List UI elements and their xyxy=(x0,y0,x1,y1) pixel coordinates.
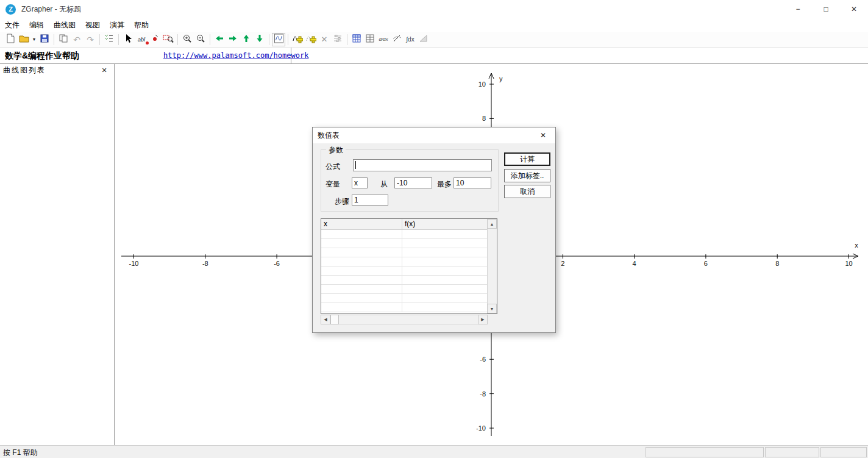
menu-edit[interactable]: 编辑 xyxy=(24,18,49,32)
add-curve-button[interactable] xyxy=(291,33,304,46)
help-banner: 数学&编程作业帮助 http://www.palamsoft.com/homew… xyxy=(0,48,868,64)
variable-label: 变量 xyxy=(326,179,340,190)
new-button[interactable] xyxy=(4,33,17,46)
status-panel xyxy=(765,447,819,457)
arrow-up-icon: ▲ xyxy=(490,222,494,226)
variable-input[interactable] xyxy=(352,177,368,188)
save-icon xyxy=(40,34,49,45)
table-row xyxy=(321,294,488,303)
checklist-icon xyxy=(104,34,114,45)
add-point-curve-icon xyxy=(305,34,316,45)
add-point-curve-button[interactable] xyxy=(304,33,318,46)
dialog-close-button[interactable]: ✕ xyxy=(531,127,555,143)
toolbar-separator xyxy=(118,34,119,45)
copy-button[interactable] xyxy=(57,33,70,46)
redo-button[interactable]: ↷ xyxy=(84,33,97,46)
scroll-down-button[interactable]: ▼ xyxy=(487,304,497,313)
pointer-arrow-icon xyxy=(123,34,133,45)
properties-button[interactable] xyxy=(331,33,344,46)
move-left-button[interactable] xyxy=(213,33,226,46)
derivative-button[interactable]: d/dx xyxy=(377,33,390,46)
horizontal-scroll-thumb[interactable] xyxy=(330,315,339,324)
formula-input[interactable] xyxy=(353,159,492,171)
dialog-titlebar[interactable]: 数值表 ✕ xyxy=(313,127,555,143)
curve-list-panel: 曲线图列表 ✕ xyxy=(0,64,115,445)
homework-link[interactable]: http://www.palamsoft.com/homework xyxy=(163,51,308,60)
value-table-button[interactable] xyxy=(363,33,377,46)
from-input[interactable] xyxy=(394,177,432,188)
panel-close-button[interactable]: ✕ xyxy=(99,65,109,75)
move-right-button[interactable] xyxy=(226,33,240,46)
zoom-region-button[interactable] xyxy=(162,33,175,46)
zoom-out-button[interactable] xyxy=(194,33,207,46)
scroll-left-button[interactable]: ◀ xyxy=(321,315,330,324)
curve-list-button[interactable] xyxy=(272,33,285,46)
menu-help[interactable]: 帮助 xyxy=(129,18,154,32)
close-icon: ✕ xyxy=(540,131,546,140)
save-button[interactable] xyxy=(38,33,51,46)
zoom-out-icon xyxy=(196,34,205,45)
svg-text:-8: -8 xyxy=(480,390,486,398)
svg-text:10: 10 xyxy=(845,260,852,267)
from-label: 从 xyxy=(380,179,388,190)
status-panel xyxy=(646,447,764,457)
table-row xyxy=(321,230,488,239)
move-up-button[interactable] xyxy=(240,33,253,46)
status-help-text: 按 F1 帮助 xyxy=(3,448,38,458)
open-button[interactable] xyxy=(17,33,30,46)
point-button[interactable] xyxy=(148,33,162,46)
area-button[interactable] xyxy=(417,33,430,46)
calculate-button[interactable]: 计算 xyxy=(504,152,550,166)
svg-text:x: x xyxy=(855,242,858,249)
text-label-button[interactable]: abl xyxy=(135,33,148,46)
properties-icon xyxy=(333,34,343,45)
pointer-button[interactable] xyxy=(121,33,135,46)
zoom-in-button[interactable] xyxy=(180,33,194,46)
cancel-button[interactable]: 取消 xyxy=(504,185,550,198)
menu-file[interactable]: 文件 xyxy=(0,18,24,32)
table-row xyxy=(321,239,488,248)
scroll-right-button[interactable]: ▶ xyxy=(478,315,488,324)
table-body xyxy=(321,230,488,313)
toolbar: ▼ ↶ ↷ abl xyxy=(0,32,868,48)
values-table-dialog: 数值表 ✕ 参数 公式 变量 从 最多 步骤 计算 添加标签.. 取消 x f(… xyxy=(312,127,556,333)
menu-graph[interactable]: 曲线图 xyxy=(49,18,80,32)
svg-text:8: 8 xyxy=(775,260,779,267)
integral-icon: ∫dx xyxy=(406,37,414,43)
table-row xyxy=(321,257,488,267)
delete-curve-button[interactable]: ✕ xyxy=(318,33,331,46)
undo-button[interactable]: ↶ xyxy=(70,33,84,46)
banner-label: 数学&编程作业帮助 xyxy=(5,51,79,62)
close-button[interactable]: ✕ xyxy=(840,0,868,18)
menu-calc[interactable]: 演算 xyxy=(105,18,129,32)
minimize-button[interactable]: − xyxy=(784,0,812,18)
scroll-up-button[interactable]: ▲ xyxy=(487,219,497,229)
table-button[interactable] xyxy=(350,33,363,46)
coords-list-button[interactable] xyxy=(102,33,116,46)
app-icon: Z xyxy=(5,4,16,15)
titlebar[interactable]: Z ZGrapher - 无标题 − □ ✕ xyxy=(0,0,868,18)
values-table: x f(x) ▲ ▼ xyxy=(321,218,497,314)
tangent-button[interactable] xyxy=(390,33,404,46)
arrow-down-icon: ▼ xyxy=(490,307,494,311)
maximize-button[interactable]: □ xyxy=(812,0,840,18)
toolbar-separator xyxy=(177,34,178,45)
toolbar-separator xyxy=(288,34,288,45)
curve-list-panel-header: 曲线图列表 ✕ xyxy=(0,64,114,77)
minimize-icon: − xyxy=(795,5,800,13)
svg-text:6: 6 xyxy=(704,260,708,267)
step-input[interactable] xyxy=(352,195,388,206)
svg-text:-6: -6 xyxy=(480,356,486,363)
vertical-scrollbar[interactable]: ▲ ▼ xyxy=(487,219,497,313)
max-input[interactable] xyxy=(454,177,491,188)
arrow-left-icon: ◀ xyxy=(324,317,327,322)
open-dropdown-button[interactable]: ▼ xyxy=(30,33,38,46)
add-label-button[interactable]: 添加标签.. xyxy=(504,169,550,182)
menu-view[interactable]: 视图 xyxy=(80,18,105,32)
window-title: ZGrapher - 无标题 xyxy=(21,4,81,15)
derivative-icon: d/dx xyxy=(379,37,388,42)
move-down-button[interactable] xyxy=(253,33,266,46)
integral-button[interactable]: ∫dx xyxy=(404,33,417,46)
close-icon: ✕ xyxy=(851,5,857,13)
horizontal-scrollbar[interactable]: ◀ ▶ xyxy=(321,315,488,324)
